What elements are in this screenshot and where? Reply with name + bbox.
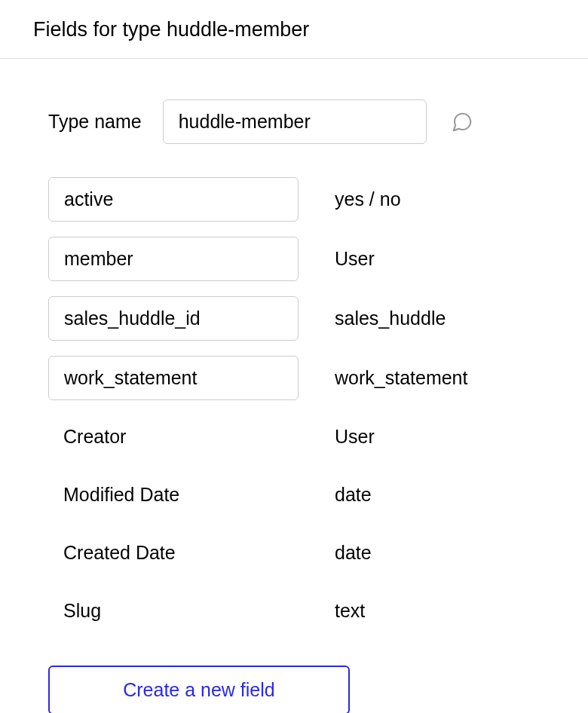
type-name-label: Type name [48, 111, 142, 133]
field-name-input[interactable] [48, 356, 299, 400]
field-row: work_statement [48, 356, 588, 400]
field-type-label: sales_huddle [299, 308, 446, 329]
field-row: Slug text [48, 589, 588, 632]
field-row: sales_huddle [48, 296, 588, 341]
field-type-label: work_statement [299, 367, 467, 389]
field-name-static: Modified Date [48, 473, 299, 516]
type-name-row: Type name [48, 99, 588, 144]
field-row: Modified Date date [48, 473, 588, 516]
field-row: yes / no [48, 177, 588, 222]
field-type-label: yes / no [299, 188, 401, 210]
field-type-label: date [299, 542, 372, 564]
field-name-static: Created Date [48, 531, 299, 574]
field-name-input[interactable] [48, 177, 299, 222]
field-row: User [48, 237, 588, 281]
field-row: Created Date date [48, 531, 588, 574]
field-name-static: Slug [48, 589, 299, 632]
type-name-input[interactable] [163, 99, 427, 144]
field-row: Creator User [48, 415, 588, 458]
field-type-label: User [299, 248, 375, 270]
create-field-button[interactable]: Create a new field [48, 666, 350, 713]
comment-icon[interactable] [451, 111, 473, 133]
field-name-input[interactable] [48, 296, 299, 341]
field-type-label: date [299, 484, 372, 506]
fields-list: yes / no User sales_huddle work_statemen… [48, 177, 588, 632]
field-type-label: User [299, 426, 375, 448]
field-name-static: Creator [48, 415, 299, 458]
field-type-label: text [299, 600, 365, 622]
field-name-input[interactable] [48, 237, 299, 281]
page-title: Fields for type huddle-member [0, 0, 588, 59]
